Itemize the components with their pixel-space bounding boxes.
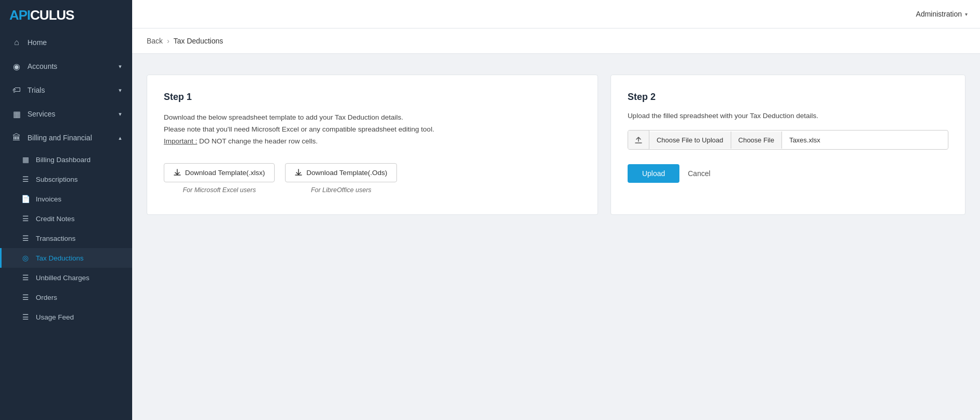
sidebar-item-tax-deductions-label: Tax Deductions (36, 254, 83, 262)
steps-container: Step 1 Download the below spreadsheet te… (132, 54, 980, 236)
sidebar-item-unbilled-charges-label: Unbilled Charges (36, 274, 90, 282)
breadcrumb: Back › Tax Deductions (132, 28, 980, 54)
trials-icon: 🏷 (12, 85, 21, 95)
step2-card: Step 2 Upload the filled spreadsheet wit… (610, 75, 965, 215)
download-ods-button[interactable]: Download Template(.Ods) (285, 163, 397, 182)
logo-part1: API (9, 7, 30, 23)
invoices-icon: 📄 (21, 195, 30, 203)
choose-file-label: Choose File to Upload (649, 132, 731, 149)
sidebar-item-billing-dashboard[interactable]: ▦ Billing Dashboard (0, 150, 132, 169)
billing-financial-chevron: ▴ (119, 135, 122, 141)
download-ods-label: Download Template(.Ods) (306, 169, 387, 177)
sidebar-item-services[interactable]: ▦ Services ▾ (0, 102, 132, 126)
sidebar-item-billing-financial-label: Billing and Financial (27, 134, 92, 142)
sidebar-item-subscriptions-label: Subscriptions (36, 176, 78, 183)
sidebar-item-accounts-label: Accounts (27, 62, 58, 70)
cancel-button[interactable]: Cancel (688, 169, 711, 178)
sidebar-item-trials[interactable]: 🏷 Trials ▾ (0, 78, 132, 102)
accounts-chevron: ▾ (119, 63, 122, 70)
step1-desc-line3: DO NOT change the header row cells. (199, 137, 318, 145)
billing-dashboard-icon: ▦ (21, 155, 30, 164)
step1-desc-line2: Please note that you'll need Microsoft E… (164, 125, 434, 133)
tax-deductions-icon: ◎ (21, 254, 30, 262)
home-icon: ⌂ (12, 38, 21, 47)
sidebar-item-transactions[interactable]: ☰ Transactions (0, 228, 132, 248)
sidebar-item-home[interactable]: ⌂ Home (0, 31, 132, 54)
billing-financial-icon: 🏛 (12, 133, 21, 142)
download-xlsx-icon (174, 169, 181, 176)
sidebar-item-tax-deductions[interactable]: ◎ Tax Deductions (0, 248, 132, 268)
sidebar-item-transactions-label: Transactions (36, 235, 76, 242)
download-xlsx-label: Download Template(.xlsx) (185, 169, 265, 177)
sidebar-item-accounts[interactable]: ◉ Accounts ▾ (0, 54, 132, 78)
download-ods-icon (295, 169, 302, 176)
transactions-icon: ☰ (21, 234, 30, 242)
step1-title: Step 1 (164, 92, 581, 103)
step1-desc-line1: Download the below spreadsheet template … (164, 113, 403, 121)
sidebar-item-credit-notes-label: Credit Notes (36, 215, 75, 223)
sidebar-item-invoices-label: Invoices (36, 195, 62, 203)
content-area: Back › Tax Deductions Step 1 Download th… (132, 28, 980, 420)
step1-important-prefix: Important : (164, 137, 197, 145)
services-icon: ▦ (12, 109, 21, 119)
sidebar-item-trials-label: Trials (27, 86, 45, 94)
download-xlsx-group: Download Template(.xlsx) For Microsoft E… (164, 163, 275, 194)
sidebar: APICULUS ⌂ Home ◉ Accounts ▾ 🏷 Trials ▾ … (0, 0, 132, 420)
subscriptions-icon: ☰ (21, 175, 30, 183)
step1-card: Step 1 Download the below spreadsheet te… (147, 75, 598, 215)
step2-title: Step 2 (628, 92, 948, 103)
main-area: Administration ▾ Back › Tax Deductions S… (132, 0, 980, 420)
step2-description: Upload the filled spreadsheet with your … (628, 112, 948, 120)
upload-arrow-icon (634, 136, 643, 144)
step1-description: Download the below spreadsheet template … (164, 112, 581, 148)
breadcrumb-current: Tax Deductions (174, 37, 223, 45)
usage-feed-icon: ☰ (21, 313, 30, 321)
download-ods-group: Download Template(.Ods) For LibreOffice … (285, 163, 397, 194)
sidebar-item-billing-dashboard-label: Billing Dashboard (36, 156, 91, 164)
accounts-icon: ◉ (12, 62, 21, 71)
orders-icon: ☰ (21, 293, 30, 301)
topbar: Administration ▾ (132, 0, 980, 28)
file-input-row: Choose File to Upload Choose File Taxes.… (628, 130, 948, 150)
logo-part2: CULUS (30, 7, 74, 23)
sidebar-item-billing-financial[interactable]: 🏛 Billing and Financial ▴ (0, 126, 132, 150)
sidebar-item-subscriptions[interactable]: ☰ Subscriptions (0, 169, 132, 189)
unbilled-charges-icon: ☰ (21, 273, 30, 282)
download-ods-sublabel: For LibreOffice users (311, 186, 372, 194)
action-buttons: Upload Cancel (628, 164, 948, 183)
choose-file-button[interactable]: Choose File (731, 132, 782, 149)
sidebar-item-invoices[interactable]: 📄 Invoices (0, 189, 132, 209)
services-chevron: ▾ (119, 111, 122, 118)
sidebar-item-services-label: Services (27, 110, 55, 118)
sidebar-item-usage-feed-label: Usage Feed (36, 313, 74, 321)
admin-chevron: ▾ (965, 11, 968, 17)
upload-icon-area (628, 131, 649, 149)
trials-chevron: ▾ (119, 87, 122, 94)
sidebar-item-orders-label: Orders (36, 294, 57, 301)
download-buttons: Download Template(.xlsx) For Microsoft E… (164, 163, 581, 194)
admin-menu[interactable]: Administration ▾ (916, 10, 968, 18)
sidebar-item-credit-notes[interactable]: ☰ Credit Notes (0, 209, 132, 228)
admin-label: Administration (916, 10, 962, 18)
credit-notes-icon: ☰ (21, 214, 30, 223)
sidebar-item-unbilled-charges[interactable]: ☰ Unbilled Charges (0, 268, 132, 287)
download-xlsx-sublabel: For Microsoft Excel users (183, 186, 256, 194)
file-name-display: Taxes.xlsx (782, 132, 948, 149)
upload-button[interactable]: Upload (628, 164, 679, 183)
back-link[interactable]: Back (147, 37, 163, 45)
sidebar-item-orders[interactable]: ☰ Orders (0, 287, 132, 307)
sidebar-item-home-label: Home (27, 38, 47, 47)
sidebar-item-usage-feed[interactable]: ☰ Usage Feed (0, 307, 132, 327)
breadcrumb-separator: › (167, 37, 169, 45)
logo: APICULUS (0, 0, 132, 31)
download-xlsx-button[interactable]: Download Template(.xlsx) (164, 163, 275, 182)
